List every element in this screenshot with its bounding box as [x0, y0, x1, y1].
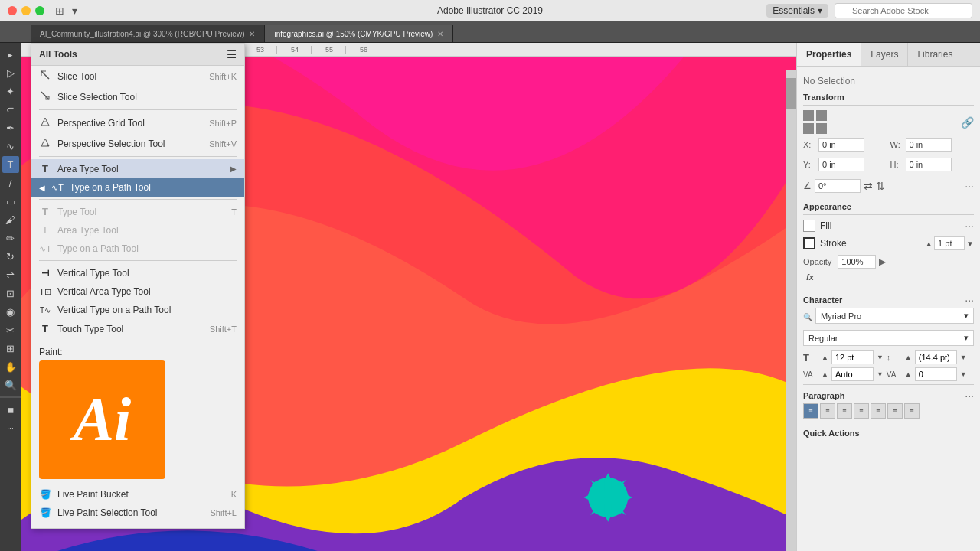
- perspective-grid-tool-item[interactable]: Perspective Grid Tool Shift+P: [31, 112, 244, 133]
- slice-tool-item[interactable]: Slice Tool Shift+K: [31, 66, 244, 86]
- live-paint-selection-item[interactable]: 🪣 Live Paint Selection Tool Shift+L: [31, 504, 244, 522]
- eraser-tool-btn[interactable]: ◉: [2, 303, 19, 320]
- minimize-button[interactable]: [21, 6, 31, 15]
- magic-wand-tool-btn[interactable]: ✦: [2, 83, 19, 99]
- slice-selection-tool-item[interactable]: Slice Selection Tool: [31, 86, 244, 107]
- rotate-tool-btn[interactable]: ↻: [2, 248, 19, 265]
- fx-button[interactable]: fx: [803, 271, 817, 283]
- opacity-arrow-icon[interactable]: ▶: [879, 256, 886, 267]
- fill-stroke-btn[interactable]: ◼: [2, 401, 19, 418]
- stroke-input[interactable]: [934, 236, 965, 250]
- type-tool-btn[interactable]: T: [2, 156, 19, 173]
- font-style-arrow: ▾: [964, 333, 969, 343]
- transform-more-icon[interactable]: ···: [965, 180, 974, 192]
- character-more-icon[interactable]: ···: [965, 294, 974, 306]
- vertical-scrollbar[interactable]: [786, 70, 796, 551]
- artboard-tool-btn[interactable]: ⊞: [2, 340, 19, 357]
- scale-tool-btn[interactable]: ⊡: [2, 285, 19, 302]
- kerning-input[interactable]: [831, 367, 874, 381]
- stroke-value-row: ▲ ▼: [925, 236, 974, 250]
- leading-down-icon[interactable]: ▼: [960, 354, 967, 361]
- vertical-type-on-path-tool-item[interactable]: T∿ Vertical Type on a Path Tool: [31, 301, 244, 319]
- touch-type-tool-item[interactable]: T Touch Type Tool Shift+T: [31, 319, 244, 338]
- flip-vertical-icon[interactable]: ⇅: [876, 180, 885, 192]
- tab-libraries[interactable]: Libraries: [908, 43, 962, 66]
- tabs-bar: AI_Community_illustration4.ai @ 300% (RG…: [0, 21, 980, 43]
- tracking-input[interactable]: [915, 367, 957, 381]
- selection-tool-btn[interactable]: ▸: [2, 46, 19, 63]
- tab-close-1[interactable]: ✕: [437, 30, 443, 38]
- tracking-down-icon[interactable]: ▼: [960, 370, 967, 378]
- scissors-tool-btn[interactable]: ✂: [2, 321, 19, 338]
- lock-proportions-icon[interactable]: 🔗: [961, 116, 974, 129]
- font-size-down-icon[interactable]: ▼: [877, 354, 884, 361]
- align-center-btn[interactable]: ≡: [820, 403, 835, 419]
- curvature-tool-btn[interactable]: ∿: [2, 138, 19, 155]
- rectangle-tool-btn[interactable]: ▭: [2, 193, 19, 210]
- zoom-tool-btn[interactable]: 🔍: [2, 377, 19, 393]
- live-paint-bucket-item[interactable]: 🪣 Live Paint Bucket K: [31, 485, 244, 504]
- search-stock-input[interactable]: [835, 3, 972, 18]
- tab-close-0[interactable]: ✕: [249, 30, 255, 38]
- reflect-tool-btn[interactable]: ⇌: [2, 266, 19, 283]
- y-input[interactable]: [818, 158, 864, 171]
- vertical-type-tool-item[interactable]: T Vertical Type Tool: [31, 263, 244, 282]
- x-input[interactable]: [818, 138, 864, 152]
- tab-label-0: AI_Community_illustration4.ai @ 300% (RG…: [40, 30, 244, 38]
- workspace-switcher[interactable]: Essentials ▾: [766, 4, 828, 18]
- ruler-mark-53: 53: [242, 46, 276, 54]
- lasso-tool-btn[interactable]: ⊂: [2, 101, 19, 118]
- tab-properties[interactable]: Properties: [797, 43, 861, 66]
- pencil-tool-btn[interactable]: ✏: [2, 230, 19, 246]
- align-justify-all-btn[interactable]: ≡: [904, 403, 920, 419]
- scrollbar-thumb[interactable]: [786, 78, 796, 109]
- perspective-selection-tool-label: Perspective Selection Tool: [57, 139, 203, 149]
- chevron-down-icon[interactable]: ▾: [72, 5, 77, 17]
- opacity-input[interactable]: [838, 255, 876, 269]
- perspective-selection-tool-item[interactable]: Perspective Selection Tool Shift+V: [31, 133, 244, 154]
- hand-tool-btn[interactable]: ✋: [2, 358, 19, 375]
- area-type-tool-item[interactable]: T Area Type Tool ▶: [31, 159, 244, 178]
- leading-up-icon[interactable]: ▲: [905, 354, 912, 361]
- stroke-up-icon[interactable]: ▲: [925, 240, 933, 248]
- kerning-up-icon[interactable]: ▲: [822, 370, 828, 378]
- align-left-btn[interactable]: ≡: [803, 403, 818, 419]
- line-tool-btn[interactable]: /: [2, 174, 19, 191]
- align-justify-btn[interactable]: ≡: [854, 403, 869, 419]
- tab-layers[interactable]: Layers: [861, 43, 908, 66]
- type-on-path-tool-item[interactable]: ◀ ∿T Type on a Path Tool: [31, 178, 244, 197]
- maximize-button[interactable]: [35, 6, 44, 15]
- w-input[interactable]: [906, 138, 952, 152]
- h-input[interactable]: [906, 158, 952, 171]
- flip-horizontal-icon[interactable]: ⇄: [864, 180, 873, 192]
- font-size-up-icon[interactable]: ▲: [822, 354, 828, 361]
- stroke-label: Stroke: [820, 238, 847, 249]
- tracking-up-icon[interactable]: ▲: [905, 370, 912, 378]
- appearance-more-icon[interactable]: ···: [965, 220, 974, 232]
- fill-swatch[interactable]: [803, 220, 815, 232]
- paragraph-more-icon[interactable]: ···: [965, 390, 974, 402]
- align-justify-right-btn[interactable]: ≡: [887, 403, 903, 419]
- direct-selection-tool-btn[interactable]: ▷: [2, 64, 19, 81]
- stroke-swatch[interactable]: [803, 237, 815, 249]
- tab-1[interactable]: infographics.ai @ 150% (CMYK/GPU Preview…: [265, 25, 453, 42]
- angle-input[interactable]: [815, 179, 861, 193]
- align-right-btn[interactable]: ≡: [837, 403, 852, 419]
- font-dropdown[interactable]: Myriad Pro ▾: [815, 308, 974, 324]
- pen-tool-btn[interactable]: ✒: [2, 119, 19, 136]
- font-style-dropdown[interactable]: Regular ▾: [803, 330, 974, 346]
- stroke-down-icon[interactable]: ▼: [966, 240, 974, 248]
- align-justify-center-btn[interactable]: ≡: [871, 403, 886, 419]
- grid-br: [816, 123, 827, 134]
- leading-input[interactable]: [915, 350, 957, 364]
- close-button[interactable]: [8, 6, 17, 15]
- more-tools-btn[interactable]: ···: [2, 419, 19, 436]
- kerning-down-icon[interactable]: ▼: [877, 370, 884, 378]
- workspace-chevron-icon: ▾: [818, 5, 822, 16]
- type-tool-disabled-label: Type Tool: [57, 207, 225, 217]
- tools-panel-menu-icon[interactable]: ☰: [227, 48, 237, 60]
- vertical-area-type-tool-item[interactable]: T⊡ Vertical Area Type Tool: [31, 282, 244, 301]
- font-size-input[interactable]: [831, 350, 874, 364]
- tab-0[interactable]: AI_Community_illustration4.ai @ 300% (RG…: [31, 25, 265, 42]
- paintbrush-tool-btn[interactable]: 🖌: [2, 211, 19, 228]
